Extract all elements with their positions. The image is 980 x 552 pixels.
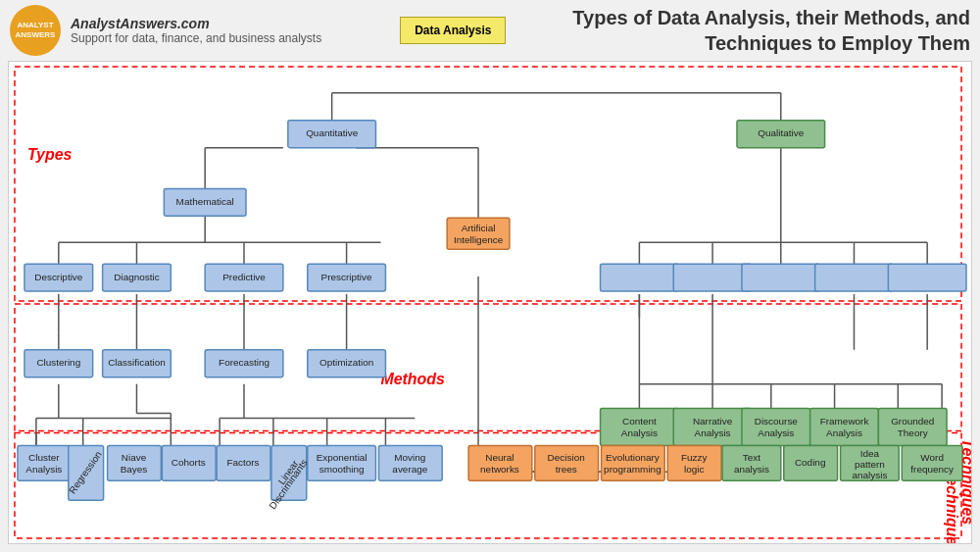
framework-analysis-label2: Analysis: [826, 427, 862, 438]
page-title: Types of Data Analysis, their Methods, a…: [572, 5, 970, 56]
ai-label2: Intelligence: [454, 234, 504, 245]
grounded-theory-label: Grounded: [891, 416, 934, 427]
discourse-analysis-label: Discourse: [755, 416, 799, 427]
ai-label: Artificial: [462, 223, 496, 233]
logo-line2: ANSWERS: [16, 30, 56, 40]
tagline: Support for data, finance, and business …: [71, 31, 321, 45]
header: ANALYST ANSWERS AnalystAnswers.com Suppo…: [0, 0, 980, 61]
qualitative-label: Qualitative: [758, 127, 804, 138]
title-line1: Types of Data Analysis, their Methods, a…: [572, 5, 970, 30]
exp-smoothing-label: Exponential: [317, 452, 368, 463]
descriptive-label: Descriptive: [34, 272, 83, 282]
root-node-label: Data Analysis: [415, 24, 491, 37]
clustering-label: Clustering: [36, 357, 80, 368]
word-freq-label: Word: [920, 452, 944, 463]
text-analysis-label2: analysis: [734, 464, 769, 475]
diagram-area: Types Methods Techniques: [8, 61, 972, 544]
optimization-label: Optimization: [319, 357, 373, 368]
predictive-label: Predictive: [222, 272, 266, 282]
decision-label2: trees: [556, 464, 577, 475]
fuzzy-label: Fuzzy: [681, 452, 708, 463]
content-analysis-label2: Analysis: [621, 427, 658, 438]
evolutionary-label2: programming: [604, 464, 662, 475]
narrative-analysis-label2: Analysis: [695, 427, 731, 438]
methods-label: Methods: [380, 371, 445, 387]
cluster-analysis-label2: Analysis: [25, 464, 62, 475]
evolutionary-label: Evolutionary: [606, 452, 660, 463]
factors-label: Factors: [226, 457, 259, 468]
coding-label: Coding: [795, 457, 826, 468]
types-label: Types: [27, 146, 73, 163]
text-analysis-label: Text: [743, 452, 760, 463]
quantitative-label: Quantitative: [306, 127, 359, 138]
mathematical-label: Mathematical: [176, 196, 234, 207]
exp-smoothing-label2: smoothing: [319, 464, 365, 475]
site-name: AnalystAnswers.com: [71, 16, 321, 31]
content-analysis-label: Content: [622, 416, 657, 427]
neural-label: Neural: [485, 452, 514, 463]
qual-sub5-box: [888, 264, 966, 291]
logo: ANALYST ANSWERS: [10, 5, 61, 56]
word-freq-label2: frequency: [910, 464, 954, 475]
classification-label: Classification: [108, 357, 166, 368]
logo-line1: ANALYST: [17, 21, 53, 30]
cluster-analysis-label: Cluster: [28, 452, 60, 463]
idea-pattern-label3: analysis: [852, 470, 887, 480]
idea-pattern-label2: pattern: [855, 459, 885, 470]
neural-label2: networks: [480, 464, 519, 475]
moving-avg-label: Moving: [394, 452, 425, 463]
forecasting-label: Forecasting: [219, 357, 270, 368]
qual-sub1-box: [601, 264, 679, 291]
prescriptive-label: Prescriptive: [321, 272, 372, 282]
idea-pattern-label: Idea: [860, 448, 880, 459]
qual-sub2-box: [673, 264, 752, 291]
fuzzy-label2: logic: [684, 464, 704, 475]
naive-bayes-label: Niave: [122, 452, 147, 463]
naive-bayes-label2: Bayes: [121, 464, 148, 475]
root-node-box: Data Analysis: [400, 17, 506, 44]
techniques-side-label: Techniques: [959, 438, 971, 525]
title-line2: Techniques to Employ Them: [572, 30, 970, 56]
qual-sub4-box: [815, 264, 894, 291]
discourse-analysis-label2: Analysis: [758, 427, 794, 438]
root-node-container: Data Analysis: [400, 17, 506, 44]
moving-avg-label2: average: [392, 464, 427, 475]
qual-sub3-box: [742, 264, 820, 291]
grounded-theory-label2: Theory: [898, 427, 928, 438]
narrative-analysis-label: Narrative: [693, 416, 733, 427]
diagnostic-label: Diagnostic: [114, 272, 159, 282]
framework-analysis-label: Framework: [820, 416, 869, 427]
site-info: AnalystAnswers.com Support for data, fin…: [71, 16, 321, 45]
decision-label: Decision: [548, 452, 585, 463]
cohorts-label: Cohorts: [172, 457, 206, 468]
